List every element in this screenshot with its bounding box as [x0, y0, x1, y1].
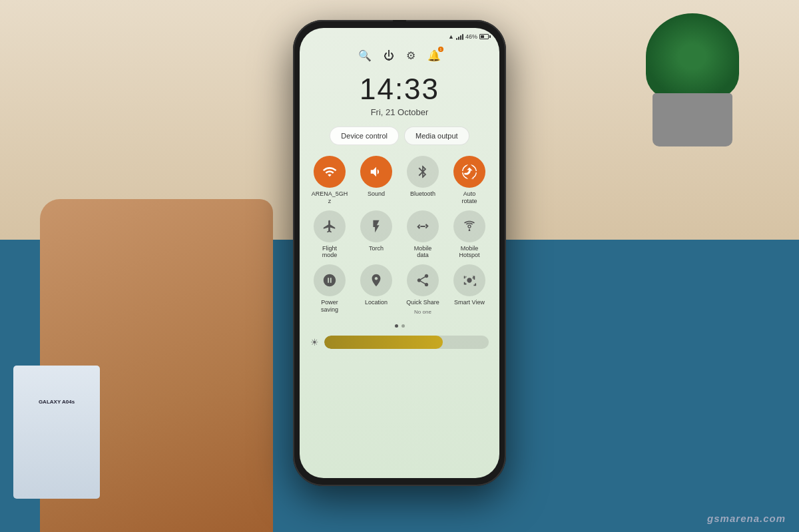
power-saving-tile-icon — [314, 264, 346, 296]
signal-bar-4 — [462, 34, 463, 40]
location-tile-label: Location — [365, 299, 388, 306]
flight-tile-icon — [314, 210, 346, 242]
flight-tile-label: Flightmode — [322, 245, 338, 260]
tile-wifi[interactable]: ARENA_5GHz — [309, 156, 350, 205]
auto-rotate-tile-label: Autorotate — [461, 190, 477, 205]
signal-bars — [456, 33, 463, 40]
power-saving-tile-label: Powersaving — [321, 299, 338, 314]
torch-tile-label: Torch — [369, 245, 384, 252]
sound-tile-icon — [360, 156, 392, 188]
phone-screen[interactable]: ▲ 46% 🔍 ⏻ ⚙ 🔔 1 — [300, 28, 499, 478]
clock-section: 14:33 Fri, 21 October — [300, 66, 499, 121]
torch-tile-icon — [360, 210, 392, 242]
quick-share-tile-label: Quick Share — [406, 299, 439, 306]
brightness-fill — [324, 336, 443, 349]
wifi-tile-icon — [314, 156, 346, 188]
settings-icon[interactable]: ⚙ — [406, 49, 415, 62]
notification-badge: 1 — [438, 47, 443, 52]
dots-indicator — [300, 320, 499, 332]
tile-quick-share[interactable]: Quick Share No one — [402, 264, 443, 315]
box-label: GALAXY A04s — [20, 399, 93, 405]
plant-leaves — [646, 13, 739, 100]
smart-view-tile-icon — [453, 264, 485, 296]
media-output-button[interactable]: Media output — [404, 127, 469, 145]
plant-decoration — [639, 13, 746, 146]
bluetooth-tile-icon — [407, 156, 439, 188]
auto-rotate-tile-icon — [453, 156, 485, 188]
wifi-status-icon: ▲ — [448, 33, 454, 40]
battery-percent: 46% — [465, 33, 477, 40]
battery-icon — [479, 34, 489, 39]
clock-time: 14:33 — [300, 73, 499, 106]
gsmarena-watermark: gsmarena.com — [707, 513, 786, 524]
signal-bar-3 — [460, 35, 461, 40]
tile-torch[interactable]: Torch — [356, 210, 397, 260]
camera-notch — [393, 20, 406, 25]
phone-frame: ▲ 46% 🔍 ⏻ ⚙ 🔔 1 — [293, 20, 506, 486]
status-bar: ▲ 46% — [300, 28, 499, 43]
signal-bar-2 — [458, 37, 459, 40]
notification-icon[interactable]: 🔔 1 — [427, 49, 441, 62]
quick-tiles-grid: ARENA_5GHz Sound Bluetooth — [300, 150, 499, 320]
hotspot-tile-label: MobileHotspot — [459, 245, 479, 260]
tile-mobile-data[interactable]: Mobiledata — [402, 210, 443, 260]
tile-location[interactable]: Location — [356, 264, 397, 315]
mobile-data-tile-icon — [407, 210, 439, 242]
smart-view-tile-label: Smart View — [454, 299, 485, 306]
bluetooth-tile-label: Bluetooth — [410, 190, 435, 198]
status-icons: ▲ 46% — [448, 33, 489, 40]
tile-power-saving[interactable]: Powersaving — [309, 264, 350, 315]
tile-flight-mode[interactable]: Flightmode — [309, 210, 350, 260]
tile-mobile-hotspot[interactable]: MobileHotspot — [449, 210, 490, 260]
quick-share-sublabel: No one — [414, 309, 431, 315]
battery-fill — [481, 35, 484, 38]
hotspot-tile-icon — [453, 210, 485, 242]
power-icon[interactable]: ⏻ — [384, 50, 394, 62]
mobile-data-tile-label: Mobiledata — [414, 245, 432, 260]
plant-pot — [653, 93, 732, 146]
tile-sound[interactable]: Sound — [356, 156, 397, 205]
brightness-row: ☀ — [300, 332, 499, 357]
location-tile-icon — [360, 264, 392, 296]
device-media-row: Device control Media output — [300, 121, 499, 150]
clock-date: Fri, 21 October — [300, 107, 499, 117]
wifi-tile-label: ARENA_5GHz — [312, 190, 348, 205]
dot-1 — [395, 324, 398, 328]
search-icon[interactable]: 🔍 — [358, 49, 372, 62]
brightness-slider[interactable] — [324, 336, 489, 349]
dot-2 — [401, 324, 405, 328]
tile-auto-rotate[interactable]: Autorotate — [449, 156, 490, 205]
tile-bluetooth[interactable]: Bluetooth — [402, 156, 443, 205]
phone-box: GALAXY A04s — [13, 366, 100, 499]
tile-smart-view[interactable]: Smart View — [449, 264, 490, 315]
quick-share-tile-icon — [407, 264, 439, 296]
brightness-icon: ☀ — [310, 337, 319, 348]
signal-bar-1 — [456, 38, 457, 40]
device-control-button[interactable]: Device control — [330, 127, 399, 145]
quick-settings-header: 🔍 ⏻ ⚙ 🔔 1 — [300, 45, 499, 66]
sound-tile-label: Sound — [368, 190, 385, 198]
